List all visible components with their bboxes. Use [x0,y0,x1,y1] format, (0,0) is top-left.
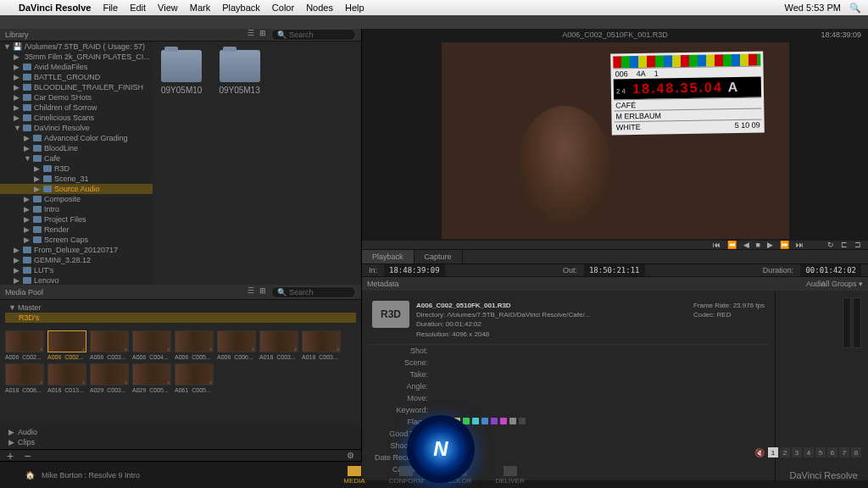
menu-view[interactable]: View [158,3,178,13]
folder-item[interactable]: 09Y05M13 [219,50,259,277]
loop-button[interactable]: ↻ [827,241,834,249]
menu-playback[interactable]: Playback [222,3,260,13]
tree-item[interactable]: ▶Avid MediaFiles [0,62,153,72]
clip-tile[interactable]: A006_C004... [132,330,171,360]
audio-page-button[interactable]: 5 [815,447,826,458]
bin-clips[interactable]: ▶Clips [5,437,356,447]
tree-item[interactable]: ▶Screen Caps [0,235,153,245]
options-icon[interactable]: ⚙ [347,451,354,460]
menu-file[interactable]: File [103,3,118,13]
tab-capture[interactable]: Capture [415,250,463,263]
view-grid-icon[interactable]: ⊞ [259,286,266,298]
meta-field[interactable]: Angle: [367,380,770,392]
page-color[interactable]: COLOR [437,464,481,486]
clip-tile[interactable]: A018_C003... [259,330,298,360]
tree-item[interactable]: ▶BATTLE_GROUND [0,72,153,82]
meta-field[interactable]: Date Recorded: [367,452,770,463]
meta-field[interactable]: Move: [367,392,770,404]
clip-tile[interactable]: A006_C005... [175,330,214,360]
tc-in[interactable]: 18:48:39:09 [384,264,445,276]
tree-item[interactable]: ▶Project Files [0,214,153,225]
audio-page-button[interactable]: 4 [804,447,814,458]
page-deliver[interactable]: DELIVER [485,464,534,486]
audio-page-button[interactable]: 8 [851,447,861,458]
tree-item[interactable]: ▶Children of Sorrow [0,103,153,113]
library-search-input[interactable]: 🔍Search [271,29,356,41]
viewer-image[interactable]: 006 4A 1 24 18.48.35.04 A CAFÉ M ERLBAUM… [442,42,789,239]
pool-bins[interactable]: ▼Master R3D's [0,300,361,325]
clip-tile[interactable]: A006_C002... [5,330,44,360]
page-conform[interactable]: CONFORM [379,464,434,486]
view-list-icon[interactable]: ☰ [248,286,254,298]
clip-tile[interactable]: A006_C003... [90,330,129,360]
app-menu[interactable]: DaVinci Resolve [19,3,91,13]
tree-item[interactable]: ▶Scene_31 [0,174,153,184]
page-media[interactable]: MEDIA [333,464,375,486]
clip-tile[interactable]: A061_C005... [175,363,214,393]
menu-help[interactable]: Help [345,3,364,13]
mark-out-button[interactable]: ⊐ [854,241,861,249]
pool-search-input[interactable]: 🔍Search [271,286,356,298]
meta-field[interactable]: Good Take: [367,428,770,440]
goto-start-button[interactable]: ⏮ [713,241,721,249]
audio-page-button[interactable]: 6 [827,447,837,458]
remove-button[interactable]: − [24,449,31,463]
goto-end-button[interactable]: ⏭ [796,241,804,249]
clip-tile[interactable]: A018_C008... [5,363,44,393]
tab-playback[interactable]: Playback [362,250,415,263]
tree-item[interactable]: ▶Car Demo SHots [0,92,153,103]
bin-audio[interactable]: ▶Audio [5,427,356,437]
clip-tile[interactable]: A029_C005... [132,363,171,393]
step-forward-button[interactable]: ⏩ [780,241,789,249]
menu-color[interactable]: Color [272,3,294,13]
library-tree[interactable]: ▼💾/Volumes/7.5TB_RAID ( Usage: 57) ▶35mm… [0,42,153,286]
step-back-button[interactable]: ⏪ [727,241,737,249]
meta-field[interactable]: Flags: [367,416,770,428]
metadata-groups-dropdown[interactable]: All Groups ▾ [821,280,863,288]
view-list-icon[interactable]: ☰ [248,29,254,41]
folder-item[interactable]: 09Y05M10 [161,50,202,277]
audio-page-button[interactable]: 1 [768,447,778,458]
clip-tile[interactable]: A018_C013... [47,363,86,393]
menu-edit[interactable]: Edit [130,3,146,13]
meta-field[interactable]: Take: [367,369,770,380]
tree-item[interactable]: ▶35mm Film 2k_GRAIN PLATES_CI... [0,52,153,62]
tree-item[interactable]: ▼DaVinci Resolve [0,123,153,133]
meta-field[interactable]: Scene: [367,357,770,369]
tree-item[interactable]: ▼Cafe [0,153,153,164]
meta-field[interactable]: Shoot Day: [367,440,770,452]
tree-item[interactable]: ▶R3D [0,164,153,174]
audio-page-button[interactable]: 7 [839,447,849,458]
play-reverse-button[interactable]: ◀ [743,241,749,249]
play-button[interactable]: ▶ [767,241,773,249]
tree-item[interactable]: ▶GEMINI_3.28.12 [0,255,153,265]
tree-root[interactable]: ▼💾/Volumes/7.5TB_RAID ( Usage: 57) [0,42,153,52]
menu-mark[interactable]: Mark [190,3,210,13]
bin-selected[interactable]: R3D's [5,313,356,323]
meta-field[interactable]: Keyword: [367,404,770,416]
meta-field[interactable]: Shot: [367,345,770,357]
spotlight-icon[interactable]: 🔍 [849,3,861,14]
audio-page-button[interactable]: 3 [792,447,802,458]
clip-tile[interactable]: A018_C003... [302,330,341,360]
tree-item[interactable]: ▶Advanced Color Grading [0,133,153,143]
tree-item[interactable]: ▶LUT's [0,265,153,275]
clip-tile[interactable]: A029_C003... [90,363,129,393]
tc-out[interactable]: 18:50:21:11 [584,264,645,276]
tree-item[interactable]: ▶BLOODLINE_TRAILER_FINISH [0,82,153,92]
menu-nodes[interactable]: Nodes [306,3,333,13]
tree-item[interactable]: ▶Render [0,225,153,235]
clip-tile[interactable]: A006_C006... [217,330,256,360]
clip-tile[interactable]: A006_C002... [47,330,86,360]
tree-item[interactable]: ▶Cinelicious Scans [0,113,153,123]
stop-button[interactable]: ■ [756,241,760,249]
mark-in-button[interactable]: ⊏ [841,241,848,249]
tree-item[interactable]: ▶BloodLine [0,143,153,153]
audio-page-button[interactable]: 2 [780,447,790,458]
view-grid-icon[interactable]: ⊞ [259,29,266,41]
tree-item[interactable]: ▶Source Audio [0,184,153,194]
tree-item[interactable]: ▶Intro [0,204,153,214]
tree-item[interactable]: ▶Composite [0,194,153,204]
tree-item[interactable]: ▶From_Deluxe_20120717 [0,245,153,255]
add-button[interactable]: + [7,449,14,463]
